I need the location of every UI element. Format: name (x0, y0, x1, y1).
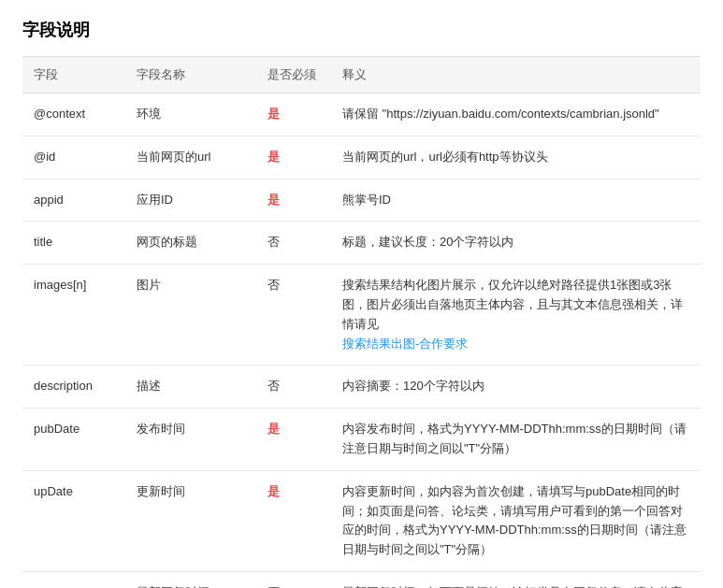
cell-required: 是 (256, 136, 331, 179)
cell-desc: 当前网页的url，url必须有http等协议头 (331, 136, 701, 179)
cell-required: 否 (256, 571, 331, 588)
cell-required: 是 (256, 179, 331, 222)
cell-required: 否 (256, 265, 331, 366)
col-header-field: 字段 (22, 57, 125, 93)
table-row: images[n]图片否搜索结果结构化图片展示，仅允许以绝对路径提供1张图或3张… (22, 265, 701, 366)
cell-name: 最新回复时间 (125, 571, 256, 588)
col-header-required: 是否必须 (256, 57, 331, 93)
cell-field: upDate (22, 470, 125, 571)
table-row: lrDate最新回复时间否最新回复时间，如页面是问答、论坛类且有回复信息，请在此… (22, 571, 701, 588)
cell-name: 当前网页的url (125, 136, 256, 179)
cell-desc: 熊掌号ID (331, 179, 701, 222)
cell-name: 发布时间 (125, 409, 256, 471)
cell-field: lrDate (22, 571, 125, 588)
cell-field: description (22, 366, 125, 409)
cell-field: title (22, 222, 125, 265)
cell-name: 网页的标题 (125, 222, 256, 265)
cell-name: 图片 (125, 265, 256, 366)
cell-desc: 最新回复时间，如页面是问答、论坛类且有回复信息，请在此字段填写最新一条回复对应的… (331, 571, 701, 588)
col-header-name: 字段名称 (125, 57, 256, 93)
table-row: pubDate发布时间是内容发布时间，格式为YYYY-MM-DDThh:mm:s… (22, 409, 701, 471)
table-row: appid应用ID是熊掌号ID (22, 179, 701, 222)
cell-desc: 内容更新时间，如内容为首次创建，请填写与pubDate相同的时间；如页面是问答、… (331, 470, 701, 571)
cell-required: 是 (256, 409, 331, 471)
table-header-row: 字段 字段名称 是否必须 释义 (22, 57, 701, 93)
table-row: upDate更新时间是内容更新时间，如内容为首次创建，请填写与pubDate相同… (22, 470, 701, 571)
cell-required: 否 (256, 366, 331, 409)
table-row: @id当前网页的url是当前网页的url，url必须有http等协议头 (22, 136, 701, 179)
cell-field: @id (22, 136, 125, 179)
cell-field: pubDate (22, 409, 125, 471)
cell-required: 是 (256, 470, 331, 571)
cell-name: 描述 (125, 366, 256, 409)
cell-desc: 内容发布时间，格式为YYYY-MM-DDThh:mm:ss的日期时间（请注意日期… (331, 409, 701, 471)
fields-table: 字段 字段名称 是否必须 释义 @context环境是请保留 "https://… (22, 56, 701, 588)
table-row: @context环境是请保留 "https://ziyuan.baidu.com… (22, 93, 701, 136)
cell-field: appid (22, 179, 125, 222)
cell-desc: 搜索结果结构化图片展示，仅允许以绝对路径提供1张图或3张图，图片必须出自落地页主… (331, 265, 701, 366)
images-link[interactable]: 搜索结果出图-合作要求 (342, 337, 468, 351)
cell-required: 否 (256, 222, 331, 265)
cell-name: 更新时间 (125, 470, 256, 571)
cell-name: 环境 (125, 93, 256, 136)
cell-desc: 请保留 "https://ziyuan.baidu.com/contexts/c… (331, 93, 701, 136)
cell-desc: 内容摘要：120个字符以内 (331, 366, 701, 409)
table-row: description描述否内容摘要：120个字符以内 (22, 366, 701, 409)
cell-name: 应用ID (125, 179, 256, 222)
cell-field: images[n] (22, 265, 125, 366)
cell-desc: 标题，建议长度：20个字符以内 (331, 222, 701, 265)
cell-field: @context (22, 93, 125, 136)
table-row: title网页的标题否标题，建议长度：20个字符以内 (22, 222, 701, 265)
col-header-desc: 释义 (331, 57, 701, 93)
page-title: 字段说明 (22, 19, 701, 41)
cell-required: 是 (256, 93, 331, 136)
